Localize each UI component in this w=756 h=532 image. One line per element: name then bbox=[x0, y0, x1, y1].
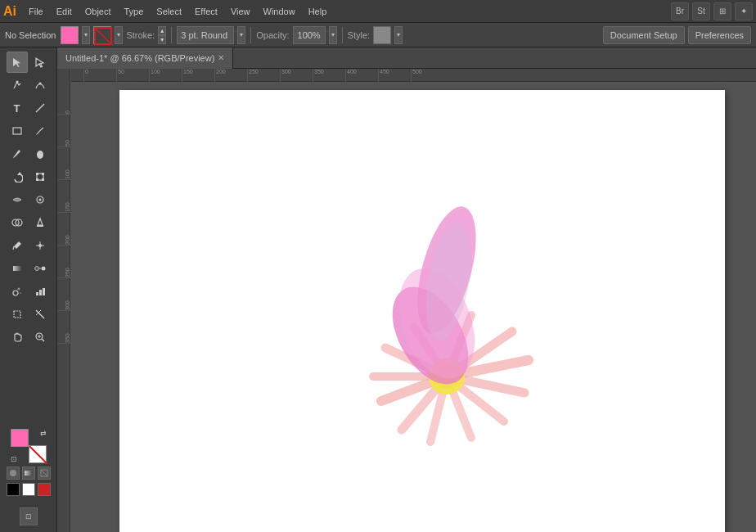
menu-effect[interactable]: Effect bbox=[189, 5, 223, 18]
cc-btn[interactable]: ✦ bbox=[735, 2, 753, 20]
svg-rect-43 bbox=[25, 471, 33, 476]
eyedropper-tool[interactable] bbox=[7, 235, 28, 256]
flower-illustration bbox=[349, 188, 594, 475]
menu-window[interactable]: Window bbox=[258, 5, 301, 18]
svg-marker-9 bbox=[17, 172, 22, 175]
color-mode-btn[interactable] bbox=[7, 467, 20, 480]
style-arrow[interactable]: ▾ bbox=[394, 26, 403, 44]
menu-view[interactable]: View bbox=[225, 5, 256, 18]
svg-line-45 bbox=[41, 470, 47, 476]
stroke-up[interactable]: ▲ bbox=[158, 26, 166, 35]
svg-rect-33 bbox=[43, 288, 45, 295]
svg-marker-3 bbox=[36, 58, 43, 67]
pen-tool[interactable] bbox=[7, 74, 28, 96]
opacity-input[interactable]: 100% bbox=[293, 26, 326, 44]
svg-rect-24 bbox=[13, 266, 21, 271]
style-swatch[interactable] bbox=[373, 26, 391, 44]
direct-select-tool[interactable] bbox=[29, 52, 51, 73]
select-tool[interactable] bbox=[7, 52, 28, 73]
svg-point-16 bbox=[38, 199, 41, 201]
swap-colors-icon[interactable]: ⇄ bbox=[40, 429, 47, 437]
opacity-arrow[interactable]: ▾ bbox=[329, 26, 337, 44]
brush-size-arrow[interactable]: ▾ bbox=[237, 26, 245, 44]
tool-row-10 bbox=[0, 281, 56, 302]
toolbox-bottom: ⊡ bbox=[0, 504, 56, 529]
transform-tool[interactable] bbox=[29, 166, 51, 187]
stroke-down[interactable]: ▼ bbox=[158, 35, 166, 44]
zoom-tool[interactable] bbox=[29, 327, 51, 348]
stroke-label: Stroke: bbox=[126, 30, 155, 40]
doc-tab-close[interactable]: ✕ bbox=[218, 53, 224, 62]
svg-rect-12 bbox=[42, 173, 44, 175]
tool-row-0 bbox=[0, 52, 56, 73]
menu-type[interactable]: Type bbox=[119, 5, 150, 18]
canvas-content[interactable] bbox=[70, 82, 756, 532]
svg-rect-11 bbox=[36, 173, 38, 175]
gradient-mode-btn[interactable] bbox=[22, 467, 35, 480]
rotate-tool[interactable] bbox=[7, 166, 28, 187]
opacity-label: Opacity: bbox=[256, 30, 289, 40]
svg-rect-34 bbox=[14, 311, 20, 318]
menu-bar: Ai File Edit Object Type Select Effect V… bbox=[0, 0, 756, 23]
tool-row-9 bbox=[0, 258, 56, 279]
tab-bar: Untitled-1* @ 66.67% (RGB/Preview) ✕ bbox=[57, 47, 756, 69]
blob-brush-tool[interactable] bbox=[29, 143, 51, 165]
live-paint-tool[interactable] bbox=[29, 212, 51, 233]
svg-point-30 bbox=[20, 292, 21, 294]
tool-row-6 bbox=[0, 189, 56, 210]
graph-tool[interactable] bbox=[29, 281, 51, 302]
fill-stroke-indicator: ⇄ ⊡ bbox=[11, 429, 47, 463]
warp-tool[interactable] bbox=[7, 189, 28, 210]
paintbrush-tool[interactable] bbox=[7, 143, 28, 165]
fill-dropdown-arrow[interactable]: ▾ bbox=[82, 26, 90, 44]
bridge-btn[interactable]: Br bbox=[671, 2, 689, 20]
stroke-color-box[interactable] bbox=[29, 445, 47, 463]
svg-rect-32 bbox=[39, 290, 42, 295]
options-bar: No Selection ▾ ▾ Stroke: ▲ ▼ 3 pt. Round… bbox=[0, 23, 756, 47]
canvas-scroll[interactable]: 0 50 100 150 200 250 300 350 400 450 500… bbox=[57, 69, 756, 532]
white-swatch[interactable] bbox=[22, 483, 35, 496]
hand-tool[interactable] bbox=[7, 327, 28, 348]
fill-swatch[interactable] bbox=[61, 26, 79, 44]
menu-object[interactable]: Object bbox=[79, 5, 117, 18]
none-mode-btn[interactable] bbox=[38, 467, 51, 480]
mesh-tool[interactable] bbox=[29, 235, 51, 256]
svg-line-41 bbox=[29, 446, 47, 464]
svg-point-28 bbox=[13, 291, 18, 295]
fill-color-box[interactable] bbox=[11, 429, 29, 447]
symbol-sprayer-tool[interactable] bbox=[7, 281, 28, 302]
menu-file[interactable]: File bbox=[23, 5, 49, 18]
gradient-tool[interactable] bbox=[7, 258, 28, 279]
artboard-tool[interactable] bbox=[7, 304, 28, 325]
menu-select[interactable]: Select bbox=[151, 5, 187, 18]
document-setup-button[interactable]: Document Setup bbox=[603, 26, 685, 44]
toolbox-color-area: ⇄ ⊡ bbox=[0, 424, 56, 501]
preferences-button[interactable]: Preferences bbox=[688, 26, 751, 44]
curvature-tool[interactable] bbox=[29, 74, 51, 96]
shape-builder-tool[interactable] bbox=[7, 212, 28, 233]
stroke-swatch[interactable] bbox=[93, 26, 111, 44]
blend-tool[interactable] bbox=[29, 258, 51, 279]
type-tool[interactable]: T bbox=[7, 97, 28, 119]
document-tab[interactable]: Untitled-1* @ 66.67% (RGB/Preview) ✕ bbox=[57, 47, 233, 69]
separator-2 bbox=[250, 27, 251, 43]
stroke-size-field[interactable]: 3 pt. Round bbox=[177, 26, 234, 44]
menu-edit[interactable]: Edit bbox=[51, 5, 78, 18]
svg-rect-19 bbox=[37, 225, 43, 227]
slice-tool[interactable] bbox=[29, 304, 51, 325]
red-swatch[interactable] bbox=[38, 483, 51, 496]
line-tool[interactable] bbox=[29, 97, 51, 119]
stock-btn[interactable]: St bbox=[692, 2, 710, 20]
svg-point-8 bbox=[37, 151, 43, 159]
pencil-tool[interactable] bbox=[29, 120, 51, 142]
color-mode-row bbox=[5, 467, 52, 480]
stroke-dropdown-arrow[interactable]: ▾ bbox=[115, 26, 123, 44]
menu-help[interactable]: Help bbox=[303, 5, 333, 18]
black-swatch[interactable] bbox=[7, 483, 20, 496]
reset-colors-icon[interactable]: ⊡ bbox=[11, 455, 17, 463]
puppet-tool[interactable] bbox=[29, 189, 51, 210]
change-screen-mode-btn[interactable]: ⊡ bbox=[20, 507, 38, 525]
rect-tool[interactable] bbox=[7, 120, 28, 142]
grid-view-btn[interactable]: ⊞ bbox=[713, 2, 731, 20]
tool-row-12 bbox=[0, 327, 56, 348]
